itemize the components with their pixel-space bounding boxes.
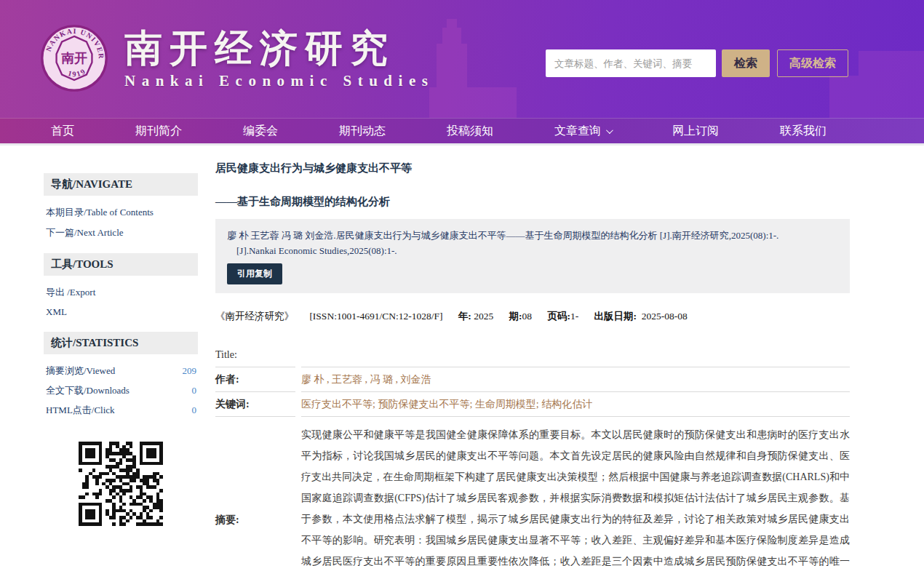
field-label-keywords: 关键词:: [215, 392, 295, 417]
journal-pub-date: 出版日期: 2025-08-08: [594, 311, 688, 322]
nav-item-label: 联系我们: [780, 124, 827, 139]
year-label: 年:: [458, 311, 471, 322]
sidebar-tools-links: 导出 /Export XML: [44, 282, 198, 322]
field-gap: [295, 417, 301, 566]
sidebar-section-tools-header: 工具/TOOLS: [44, 253, 198, 276]
issue-value: 08: [522, 311, 533, 322]
stat-value: 0: [192, 385, 197, 396]
sidebar-section-statistics-header: 统计/STATISTICS: [44, 332, 198, 354]
field-row-keywords: 关键词: 医疗支出不平等; 预防保健支出不平等; 生命周期模型; 结构化估计: [215, 392, 850, 417]
stat-label: 全文下载/Downloads: [46, 384, 130, 397]
article-main: 居民健康支出行为与城乡健康支出不平等 ——基于生命周期模型的结构化分析 廖 朴 …: [215, 162, 850, 566]
stat-value: 0: [192, 404, 197, 416]
search-area: 检索 高级检索: [546, 49, 848, 77]
nav-item-submission-guide[interactable]: 投稿须知: [447, 124, 493, 139]
nav-items: 首页 期刊简介 编委会 期刊动态 投稿须知 文章查询 网上订阅 联系我们: [20, 124, 857, 139]
nav-item-contact-us[interactable]: 联系我们: [780, 124, 827, 139]
nav-item-label: 期刊动态: [339, 124, 386, 139]
sidebar: 导航/NAVIGATE 本期目录/Table of Contents 下一篇/N…: [44, 173, 198, 529]
journal-issn: [ISSN:1001-4691/CN:12-1028/F]: [309, 311, 442, 322]
journal-info-line: 《南开经济研究》 [ISSN:1001-4691/CN:12-1028/F] 年…: [215, 310, 850, 323]
sidebar-link-table-of-contents[interactable]: 本期目录/Table of Contents: [44, 202, 198, 223]
pub-date-label: 出版日期:: [594, 311, 637, 322]
field-row-title: Title:: [215, 343, 850, 367]
nav-item-journal-news[interactable]: 期刊动态: [339, 124, 386, 139]
pages-value: 1-: [570, 311, 578, 322]
main-nav: 首页 期刊简介 编委会 期刊动态 投稿须知 文章查询 网上订阅 联系我们: [0, 118, 924, 146]
nav-item-article-search[interactable]: 文章查询: [554, 124, 611, 139]
citation-line-zh: 廖 朴 王艺蓉 冯 璐 刘金浩.居民健康支出行为与城乡健康支出不平等——基于生命…: [227, 228, 838, 243]
nav-item-editorial-board[interactable]: 编委会: [243, 124, 278, 139]
stat-row-downloads: 全文下载/Downloads 0: [44, 380, 198, 400]
sidebar-link-export[interactable]: 导出 /Export: [44, 282, 198, 303]
stat-row-html-clicks: HTML点击/Click 0: [44, 400, 198, 420]
journal-name: 《南开经济研究》: [215, 311, 294, 322]
issue-label: 期:: [509, 311, 522, 322]
field-gap: [295, 343, 301, 367]
chevron-down-icon: [606, 127, 613, 134]
field-value-keywords[interactable]: 医疗支出不平等; 预防保健支出不平等; 生命周期模型; 结构化估计: [301, 392, 850, 417]
citation-box: 廖 朴 王艺蓉 冯 璐 刘金浩.居民健康支出行为与城乡健康支出不平等——基于生命…: [215, 219, 850, 293]
journal-title-block: 南开经济研究 Nankai Economic Studies: [124, 27, 434, 90]
sidebar-link-next-article[interactable]: 下一篇/Next Article: [44, 223, 198, 243]
nav-item-label: 网上订阅: [672, 124, 719, 139]
stat-label: 摘要浏览/Viewed: [46, 364, 115, 378]
field-gap: [295, 392, 301, 417]
pub-date-value: 2025-08-08: [642, 311, 688, 322]
journal-title-zh: 南开经济研究: [124, 27, 434, 69]
article-subtitle: ——基于生命周期模型的结构化分析: [215, 195, 850, 209]
nav-item-online-subscription[interactable]: 网上订阅: [672, 124, 719, 139]
citation-line-en: [J].Nankai Economic Studies,2025(08):1-.: [227, 243, 838, 258]
journal-year: 年: 2025: [458, 311, 493, 322]
sidebar-statistics-rows: 摘要浏览/Viewed 209 全文下载/Downloads 0 HTML点击/…: [44, 361, 198, 420]
stat-label: HTML点击/Click: [46, 404, 115, 417]
journal-title-en: Nankai Economic Studies: [124, 72, 434, 90]
site-header: NANKAI UNIVERSITY 1919 南开 南开经济研究 Nankai …: [0, 0, 924, 118]
pages-label: 页码:: [547, 311, 570, 322]
field-value-authors[interactable]: 廖 朴 , 王艺蓉 , 冯 璐 , 刘金浩: [301, 367, 850, 392]
field-label-title: Title:: [215, 343, 295, 367]
sidebar-navigate-links: 本期目录/Table of Contents 下一篇/Next Article: [44, 202, 198, 243]
field-label-authors: 作者:: [215, 367, 295, 392]
nav-item-label: 编委会: [243, 124, 278, 139]
journal-issue: 期:08: [509, 311, 533, 322]
nav-item-label: 文章查询: [554, 124, 601, 139]
sidebar-section-navigate-header: 导航/NAVIGATE: [44, 173, 198, 196]
nav-item-journal-intro[interactable]: 期刊简介: [135, 124, 182, 139]
seal-center-text: 南开: [61, 51, 87, 65]
copy-citation-button[interactable]: 引用复制: [227, 263, 282, 284]
nav-item-home[interactable]: 首页: [51, 124, 74, 139]
stat-value: 209: [183, 365, 197, 377]
field-value-abstract: 实现健康公平和健康平等是我国健全健康保障体系的重要目标。本文以居民健康时的预防保…: [301, 417, 850, 566]
nav-item-label: 期刊简介: [135, 124, 182, 139]
article-fields: Title: 作者: 廖 朴 , 王艺蓉 , 冯 璐 , 刘金浩 关键词: 医疗…: [215, 343, 850, 566]
advanced-search-button[interactable]: 高级检索: [777, 49, 848, 77]
journal-pages: 页码:1-: [547, 311, 578, 322]
nav-item-label: 首页: [51, 124, 74, 139]
field-row-abstract: 摘要: 实现健康公平和健康平等是我国健全健康保障体系的重要目标。本文以居民健康时…: [215, 417, 850, 566]
field-row-authors: 作者: 廖 朴 , 王艺蓉 , 冯 璐 , 刘金浩: [215, 367, 850, 392]
nav-item-label: 投稿须知: [447, 124, 493, 139]
search-input[interactable]: [546, 49, 716, 77]
stat-row-viewed: 摘要浏览/Viewed 209: [44, 361, 198, 380]
qr-code: [79, 442, 163, 529]
search-button[interactable]: 检索: [722, 49, 770, 77]
nankai-university-seal-icon: NANKAI UNIVERSITY 1919 南开: [40, 24, 108, 92]
sidebar-link-xml[interactable]: XML: [44, 303, 198, 322]
journal-logo[interactable]: NANKAI UNIVERSITY 1919 南开 南开经济研究 Nankai …: [40, 24, 434, 92]
year-value: 2025: [474, 311, 493, 322]
field-gap: [295, 367, 301, 392]
article-title: 居民健康支出行为与城乡健康支出不平等: [215, 162, 850, 175]
content: 导航/NAVIGATE 本期目录/Table of Contents 下一篇/N…: [0, 146, 924, 566]
field-label-abstract: 摘要:: [215, 417, 295, 566]
field-value-title: [301, 343, 850, 367]
